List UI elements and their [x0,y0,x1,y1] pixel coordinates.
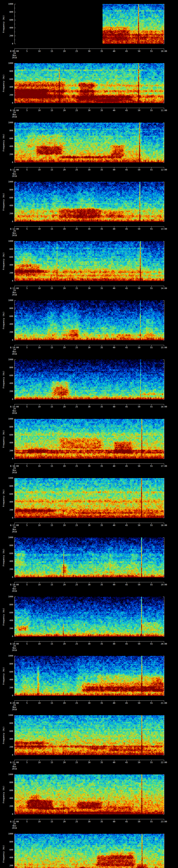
spectrogram-panel: Frequency (Hz)020040060080010008:12:0051… [0,178,178,237]
y-major-tick [14,257,16,257]
spectrogram-canvas [14,478,164,518]
x-axis-date-line: 2016 [7,353,22,355]
x-major-tick [139,701,139,702]
x-axis-date-line: 29 [7,645,22,647]
x-major-tick [77,49,77,50]
y-major-tick [14,300,16,301]
x-axis-date-line: Nov [7,232,22,234]
y-major-tick [163,628,164,629]
x-major-tick [114,760,114,761]
y-tick-label: 200 [5,687,13,689]
y-major-tick [14,146,16,147]
y-major-tick [163,739,164,739]
x-axis-date-line: 29 [7,586,22,588]
x-end-time-label: 23:00 [157,820,171,823]
x-major-tick [126,286,127,287]
y-tick-label: 400 [5,205,13,207]
y-major-tick [14,28,16,28]
y-major-tick [163,206,164,206]
y-tick-label: 800 [5,70,13,72]
y-tick-label: 600 [5,434,13,436]
x-major-tick [139,523,139,524]
y-minor-tick [14,186,15,186]
x-major-tick [151,49,152,50]
y-minor-tick [164,245,164,245]
y-minor-tick [164,67,164,67]
y-tick-label: 1000 [5,477,13,479]
x-axis-date-line: 2016 [7,471,22,473]
y-tick-label: 800 [5,129,13,132]
y-tick-label: 400 [5,560,13,562]
y-tick-label: 1000 [5,596,13,598]
x-major-tick [114,49,114,50]
y-minor-tick [14,134,15,135]
y-major-tick [163,459,164,459]
y-tick-label: 200 [5,213,13,215]
x-axis-date-line: 29 [7,349,22,351]
y-minor-tick [164,498,164,498]
spectrogram-canvas [14,597,164,637]
y-major-tick [163,656,164,656]
x-major-tick [164,226,164,228]
x-major-tick [151,345,152,346]
y-tick-label: 0 [5,517,13,519]
y-minor-tick [164,778,164,779]
y-minor-tick [14,24,15,24]
y-major-tick [163,138,164,139]
x-major-tick [77,523,77,524]
y-minor-tick [164,727,164,727]
x-major-tick [164,286,164,287]
x-major-tick [151,523,152,524]
y-tick-label: 200 [5,272,13,274]
x-major-tick [151,701,152,702]
x-axis-date-line: 2016 [7,412,22,414]
y-major-tick [163,537,164,538]
spectrogram-stack-page: { "figure": { "background": "#000000", "… [0,0,178,868]
y-major-tick [163,553,164,554]
y-minor-tick [164,387,164,388]
y-minor-tick [14,719,15,719]
x-major-tick [151,582,152,584]
y-tick-label: 400 [5,501,13,503]
y-tick-label: 200 [5,331,13,333]
x-major-tick [77,167,77,168]
y-major-tick [14,451,16,451]
y-minor-tick [164,24,164,24]
y-minor-tick [164,336,164,336]
y-axis-title: Frequency (Hz) [2,241,5,281]
y-tick-label: 800 [5,426,13,428]
y-tick-label: 400 [5,145,13,148]
x-major-tick [114,523,114,524]
y-tick-label: 1000 [5,773,13,776]
y-tick-label: 1000 [5,655,13,657]
y-minor-tick [14,245,15,245]
y-minor-tick [14,439,15,439]
x-axis-date-line: 29 [7,823,22,825]
y-minor-tick [164,490,164,490]
y-minor-tick [164,304,164,305]
x-end-time-label: 10:00 [157,50,171,52]
y-tick-label: 1000 [5,240,13,242]
x-major-tick [164,760,164,761]
y-axis-title: Frequency (Hz) [2,300,5,340]
y-minor-tick [14,253,15,253]
y-tick-label: 0 [5,694,13,697]
y-minor-tick [164,846,164,846]
x-end-time-label: 20:00 [157,643,171,645]
y-major-tick [163,221,164,222]
y-axis-title: Frequency (Hz) [2,478,5,518]
x-major-tick [126,642,127,643]
spectrogram-panel: Frequency (Hz)020040060080010008:14:0051… [0,296,178,356]
spectrogram-panel: Frequency (Hz)020040060080010008:10:0051… [0,59,178,119]
y-major-tick [163,695,164,696]
y-minor-tick [14,150,15,151]
y-tick-label: 1000 [5,418,13,420]
y-major-tick [14,814,16,814]
y-minor-tick [164,186,164,186]
y-tick-label: 600 [5,671,13,673]
y-minor-tick [164,660,164,660]
y-tick-label: 400 [5,797,13,799]
y-tick-label: 800 [5,603,13,606]
y-tick-label: 0 [5,280,13,282]
y-minor-tick [14,269,15,269]
